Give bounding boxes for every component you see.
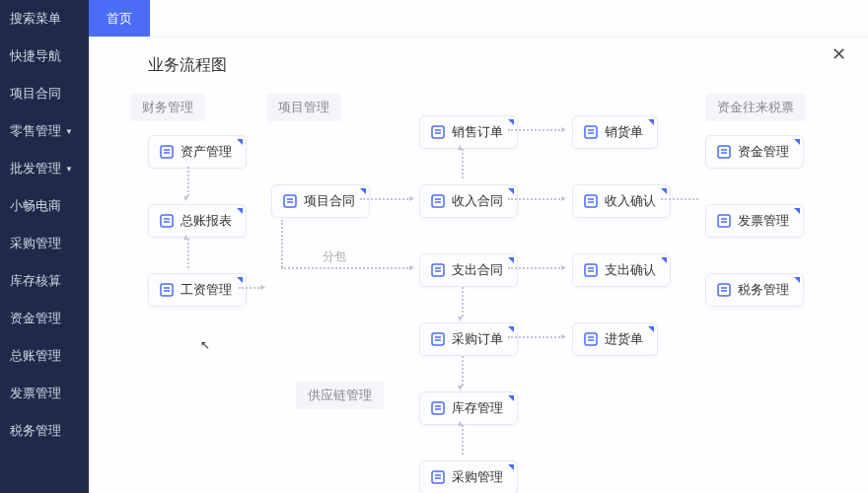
sidebar-item-label: 库存核算	[10, 272, 61, 290]
section-label-finance: 财务管理	[130, 94, 205, 121]
document-icon	[583, 331, 599, 347]
sidebar-item-tax[interactable]: 税务管理	[0, 412, 89, 450]
sidebar-item-invoice[interactable]: 发票管理	[0, 375, 89, 412]
document-icon	[430, 400, 446, 416]
sidebar-item-retail[interactable]: 零售管理▼	[0, 112, 89, 150]
node-ledger-report[interactable]: 总账报表	[148, 204, 247, 238]
cursor-icon: ↖	[200, 338, 210, 352]
caret-down-icon: ▼	[65, 127, 73, 136]
document-icon	[159, 213, 175, 229]
node-purchase-mgmt[interactable]: 采购管理	[419, 460, 518, 493]
node-label: 税务管理	[738, 281, 789, 299]
document-icon	[159, 144, 175, 160]
node-project-contract[interactable]: 项目合同	[271, 184, 370, 218]
sidebar-item-label: 发票管理	[10, 385, 61, 402]
node-label: 支出合同	[452, 261, 503, 279]
document-icon	[716, 213, 732, 229]
document-icon	[716, 282, 732, 298]
sidebar-item-inventory[interactable]: 库存核算	[0, 262, 89, 300]
document-icon	[430, 124, 446, 140]
node-receipt-note[interactable]: 进货单	[572, 322, 658, 356]
close-icon: ✕	[832, 44, 846, 64]
sidebar-item-search[interactable]: 搜索菜单	[0, 0, 89, 37]
sidebar-item-funds[interactable]: 资金管理	[0, 300, 89, 337]
sidebar-item-ecommerce[interactable]: 小畅电商	[0, 187, 89, 225]
node-label: 支出确认	[605, 261, 656, 279]
node-label: 库存管理	[452, 399, 503, 417]
document-icon	[716, 144, 732, 160]
node-invoice-mgmt[interactable]: 发票管理	[705, 204, 804, 238]
node-label: 销售订单	[452, 123, 503, 141]
node-income-confirm[interactable]: 收入确认	[572, 184, 671, 218]
document-icon	[430, 193, 446, 209]
tab-label: 首页	[107, 10, 132, 28]
main: 首页 业务流程图 ✕ 财务管理 项目管理 资金往来税票 供应链管理 分包 资产管…	[89, 0, 868, 493]
node-income-contract[interactable]: 收入合同	[419, 184, 518, 218]
subcontract-label: 分包	[323, 248, 346, 265]
document-icon	[430, 469, 446, 485]
sidebar-item-label: 快捷导航	[10, 47, 61, 65]
sidebar-item-label: 零售管理	[10, 122, 61, 140]
sidebar-item-label: 搜索菜单	[10, 10, 61, 28]
sidebar-item-quicknav[interactable]: 快捷导航	[0, 37, 89, 75]
sidebar-item-label: 税务管理	[10, 422, 61, 440]
node-salary-mgmt[interactable]: 工资管理	[148, 273, 247, 307]
node-delivery-note[interactable]: 销货单	[572, 115, 658, 149]
node-purchase-order[interactable]: 采购订单	[419, 322, 518, 356]
node-label: 采购管理	[452, 468, 503, 486]
page-title: 业务流程图	[89, 37, 868, 86]
document-icon	[583, 262, 599, 278]
document-icon	[430, 331, 446, 347]
flow-diagram: 财务管理 项目管理 资金往来税票 供应链管理 分包 资产管理 总账报表 工资管理…	[89, 86, 868, 493]
sidebar-item-ledger[interactable]: 总账管理	[0, 337, 89, 375]
node-label: 工资管理	[181, 281, 232, 299]
sidebar-item-purchase[interactable]: 采购管理	[0, 225, 89, 262]
node-label: 资金管理	[738, 143, 789, 161]
node-label: 收入合同	[452, 192, 503, 210]
sidebar-item-label: 小畅电商	[10, 197, 61, 215]
sidebar-item-project-contract[interactable]: 项目合同	[0, 75, 89, 112]
node-tax-mgmt[interactable]: 税务管理	[705, 273, 804, 307]
node-inventory-mgmt[interactable]: 库存管理	[419, 391, 518, 425]
section-label-project: 项目管理	[266, 94, 341, 121]
node-label: 总账报表	[181, 212, 232, 230]
node-asset-mgmt[interactable]: 资产管理	[148, 135, 247, 169]
document-icon	[159, 282, 175, 298]
sidebar: 搜索菜单 快捷导航 项目合同 零售管理▼ 批发管理▼ 小畅电商 采购管理 库存核…	[0, 0, 89, 493]
sidebar-item-label: 项目合同	[10, 85, 61, 103]
sidebar-item-wholesale[interactable]: 批发管理▼	[0, 150, 89, 187]
sidebar-item-label: 资金管理	[10, 310, 61, 327]
tabbar: 首页	[89, 0, 868, 37]
caret-down-icon: ▼	[65, 165, 73, 174]
document-icon	[430, 262, 446, 278]
tab-home[interactable]: 首页	[89, 0, 150, 36]
section-label-supply: 供应链管理	[296, 382, 384, 409]
node-label: 资产管理	[181, 143, 232, 161]
sidebar-item-label: 总账管理	[10, 347, 61, 365]
document-icon	[583, 193, 599, 209]
node-sales-order[interactable]: 销售订单	[419, 115, 518, 149]
sidebar-item-label: 采购管理	[10, 235, 61, 252]
node-label: 项目合同	[304, 192, 355, 210]
node-label: 发票管理	[738, 212, 789, 230]
node-label: 进货单	[605, 330, 643, 348]
document-icon	[282, 193, 298, 209]
document-icon	[583, 124, 599, 140]
node-label: 销货单	[605, 123, 643, 141]
node-expense-contract[interactable]: 支出合同	[419, 253, 518, 287]
sidebar-item-label: 批发管理	[10, 160, 61, 177]
close-button[interactable]: ✕	[832, 43, 846, 65]
node-expense-confirm[interactable]: 支出确认	[572, 253, 671, 287]
section-label-funds: 资金往来税票	[705, 94, 806, 121]
node-label: 采购订单	[452, 330, 503, 348]
node-fund-mgmt[interactable]: 资金管理	[705, 135, 804, 169]
node-label: 收入确认	[605, 192, 656, 210]
